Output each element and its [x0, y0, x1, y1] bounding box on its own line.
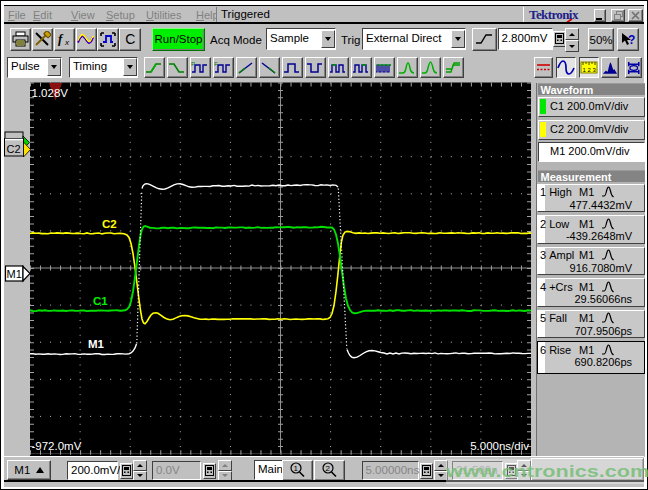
svg-text:C2: C2 — [102, 218, 117, 230]
svg-text:1: 1 — [294, 464, 299, 473]
svg-text:C1: C1 — [93, 295, 108, 307]
svg-text:M1: M1 — [88, 338, 105, 350]
svg-text:5.000ns/div: 5.000ns/div — [470, 440, 529, 452]
svg-text:1.028V: 1.028V — [32, 87, 69, 99]
svg-text:2: 2 — [326, 464, 331, 473]
svg-text:-972.0mV: -972.0mV — [32, 440, 82, 452]
svg-text:M1: M1 — [7, 268, 22, 280]
svg-text:C2: C2 — [7, 143, 21, 155]
